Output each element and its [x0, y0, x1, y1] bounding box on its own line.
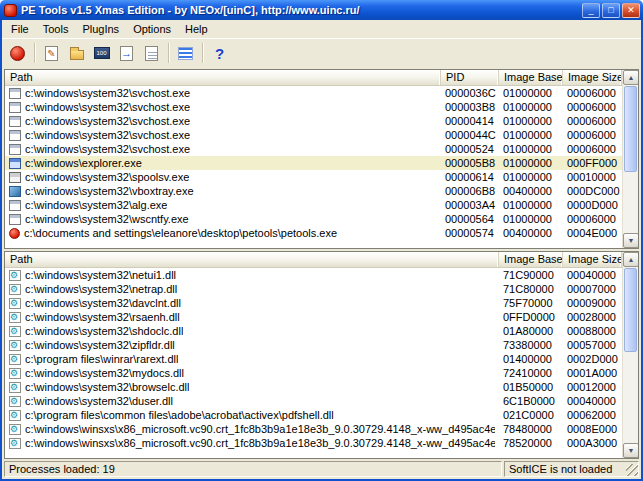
process-row[interactable]: c:\windows\system32\vboxtray.exe000006B8… — [5, 184, 622, 198]
column-header-size[interactable]: Image Size — [563, 252, 622, 267]
process-row[interactable]: c:\windows\system32\svchost.exe000004140… — [5, 114, 622, 128]
module-row[interactable]: c:\program files\winrar\rarext.dll014000… — [5, 352, 622, 366]
process-row[interactable]: c:\documents and settings\eleanore\deskt… — [5, 226, 622, 240]
process-row[interactable]: c:\windows\system32\svchost.exe000005240… — [5, 142, 622, 156]
scrollbar-thumb[interactable] — [624, 268, 637, 352]
refresh-task-list-icon — [178, 47, 193, 60]
cell-path: c:\windows\system32\shdoclc.dll — [5, 324, 499, 338]
scroll-up-icon[interactable]: ▲ — [623, 252, 639, 267]
cell-path: c:\windows\system32\mydocs.dll — [5, 366, 499, 380]
process-row[interactable]: c:\windows\system32\svchost.exe0000036C0… — [5, 86, 622, 100]
cell-path: c:\windows\system32\rsaenh.dll — [5, 310, 499, 324]
module-row[interactable]: c:\windows\system32\rsaenh.dll0FFD000000… — [5, 310, 622, 324]
scroll-down-icon[interactable]: ▼ — [623, 443, 639, 458]
cell-path: c:\windows\system32\davclnt.dll — [5, 296, 499, 310]
cell-base: 01000000 — [499, 198, 563, 212]
dump-full-button[interactable] — [5, 41, 30, 65]
module-row[interactable]: c:\windows\system32\zipfldr.dll733800000… — [5, 338, 622, 352]
menu-options[interactable]: Options — [126, 21, 178, 37]
process-row[interactable]: c:\windows\system32\svchost.exe0000044C0… — [5, 128, 622, 142]
title-bar[interactable]: PE Tools v1.5 Xmas Edition - by NEOx/[ui… — [0, 0, 643, 20]
process-row[interactable]: c:\windows\system32\spoolsv.exe000006140… — [5, 170, 622, 184]
module-row[interactable]: c:\windows\system32\davclnt.dll75F700000… — [5, 296, 622, 310]
about-button[interactable]: ? — [207, 41, 232, 65]
column-header-base[interactable]: Image Base — [499, 70, 563, 85]
column-header-path[interactable]: Path — [5, 70, 441, 85]
cell-size: 00040000 — [563, 268, 622, 282]
column-header-path[interactable]: Path — [5, 252, 499, 267]
menu-help[interactable]: Help — [178, 21, 215, 37]
module-row[interactable]: c:\windows\winsxs\x86_microsoft.vc90.crt… — [5, 436, 622, 450]
cell-base: 01A80000 — [499, 324, 563, 338]
scrollbar-thumb[interactable] — [624, 86, 637, 172]
status-softice-text: SoftICE is not loaded — [509, 463, 612, 475]
column-header-base[interactable]: Image Base — [499, 252, 563, 267]
resize-grip[interactable] — [626, 464, 638, 476]
dll-icon — [9, 368, 21, 379]
column-header-pid[interactable]: PID — [441, 70, 499, 85]
refresh-task-list-button[interactable] — [173, 41, 198, 65]
cell-base: 72410000 — [499, 366, 563, 380]
cell-path: c:\program files\common files\adobe\acro… — [5, 408, 499, 422]
break-enter-button[interactable] — [64, 41, 89, 65]
cell-path: c:\windows\system32\svchost.exe — [5, 114, 441, 128]
window-icon — [9, 116, 21, 127]
close-button-icon[interactable]: ✕ — [622, 3, 640, 18]
cell-size: 0008E000 — [563, 422, 622, 436]
module-row[interactable]: c:\windows\system32\duser.dll6C1B0000000… — [5, 394, 622, 408]
scroll-up-icon[interactable]: ▲ — [623, 70, 639, 85]
module-row[interactable]: c:\windows\system32\mydocs.dll7241000000… — [5, 366, 622, 380]
module-row[interactable]: c:\windows\system32\netrap.dll71C8000000… — [5, 282, 622, 296]
process-row[interactable]: c:\windows\system32\alg.exe000003A401000… — [5, 198, 622, 212]
cell-base: 01B50000 — [499, 380, 563, 394]
module-row[interactable]: c:\windows\system32\shdoclc.dll01A800000… — [5, 324, 622, 338]
dll-icon — [9, 284, 21, 295]
cell-path: c:\windows\system32\zipfldr.dll — [5, 338, 499, 352]
module-row[interactable]: c:\windows\system32\netui1.dll71C9000000… — [5, 268, 622, 282]
export-button[interactable]: → — [114, 41, 139, 65]
dump-region-button[interactable]: 100 — [89, 41, 114, 65]
process-list-header: PathPIDImage BaseImage Size — [5, 70, 622, 86]
pe-editor-button[interactable]: ✎ — [39, 41, 64, 65]
cell-size: 00009000 — [563, 296, 622, 310]
cell-path: c:\windows\winsxs\x86_microsoft.vc90.crt… — [5, 422, 499, 436]
cell-pid: 000006B8 — [441, 184, 499, 198]
cell-size: 00040000 — [563, 394, 622, 408]
cell-size: 0001A000 — [563, 366, 622, 380]
cell-size: 00007000 — [563, 282, 622, 296]
process-row[interactable]: c:\windows\explorer.exe000005B8010000000… — [5, 156, 622, 170]
cell-base: 6C1B0000 — [499, 394, 563, 408]
export-icon: → — [120, 46, 133, 61]
menu-plugins[interactable]: PlugIns — [75, 21, 126, 37]
cell-pid: 00000614 — [441, 170, 499, 184]
process-row[interactable]: c:\windows\system32\wscntfy.exe000005640… — [5, 212, 622, 226]
cell-path: c:\windows\system32\wscntfy.exe — [5, 212, 441, 226]
vbox-icon — [9, 186, 21, 197]
module-list: PathImage BaseImage Size c:\windows\syst… — [4, 251, 639, 459]
module-row[interactable]: c:\windows\system32\browselc.dll01B50000… — [5, 380, 622, 394]
cell-base: 75F70000 — [499, 296, 563, 310]
cell-base: 01000000 — [499, 100, 563, 114]
cell-base: 78520000 — [499, 436, 563, 450]
module-row[interactable]: c:\windows\winsxs\x86_microsoft.vc90.crt… — [5, 422, 622, 436]
cell-base: 00400000 — [499, 184, 563, 198]
process-list-scrollbar[interactable]: ▲ ▼ — [622, 70, 638, 248]
column-header-size[interactable]: Image Size — [563, 70, 622, 85]
report-button[interactable] — [139, 41, 164, 65]
dll-icon — [9, 298, 21, 309]
cell-size: 0004E000 — [563, 226, 622, 240]
cell-size: 000FF000 — [563, 156, 622, 170]
module-list-scrollbar[interactable]: ▲ ▼ — [622, 252, 638, 458]
cell-pid: 00000564 — [441, 212, 499, 226]
cell-base: 71C90000 — [499, 268, 563, 282]
menu-tools[interactable]: Tools — [36, 21, 76, 37]
scroll-down-icon[interactable]: ▼ — [623, 233, 639, 248]
maximize-button-icon[interactable]: □ — [602, 3, 620, 18]
cell-size: 00088000 — [563, 324, 622, 338]
process-row[interactable]: c:\windows\system32\svchost.exe000003B80… — [5, 100, 622, 114]
minimize-button-icon[interactable]: _ — [582, 3, 600, 18]
window-icon — [9, 102, 21, 113]
toolbar: ✎ 100 → ? — [2, 38, 641, 67]
menu-file[interactable]: File — [4, 21, 36, 37]
module-row[interactable]: c:\program files\common files\adobe\acro… — [5, 408, 622, 422]
